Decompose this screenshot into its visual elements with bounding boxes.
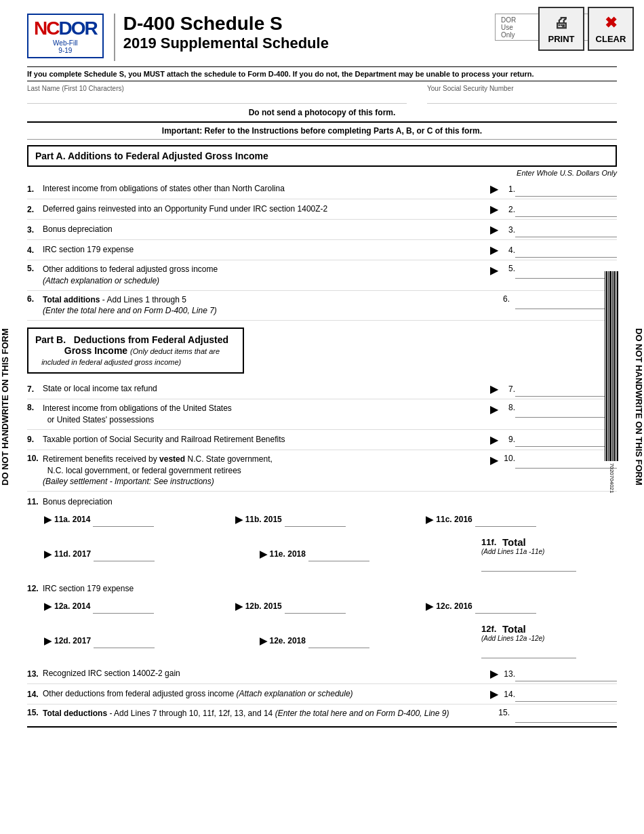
logo-webfill: Web-Fill <box>53 39 77 47</box>
line-11d-id: 11d. <box>54 549 73 559</box>
line-11-section: 11. Bonus depreciation ▶ 11a. 2014 ▶ 11b… <box>27 492 617 572</box>
line-12c-year: 2016 <box>454 601 472 611</box>
line-2-id: 2. <box>498 205 515 214</box>
line-6-input[interactable] <box>515 294 617 309</box>
line-7-row: 7. State or local income tax refund ▶ 7. <box>27 379 617 399</box>
line-8-input[interactable] <box>515 403 617 418</box>
line-11b-input[interactable] <box>285 512 346 527</box>
line-1-num: 1. <box>27 184 39 194</box>
clear-button[interactable]: ✖ CLEAR <box>588 7 634 51</box>
line-10-num: 10. <box>27 454 39 463</box>
line-11a-input[interactable] <box>93 512 154 527</box>
line-5-input[interactable] <box>515 264 617 279</box>
line-11de-items: ▶ 11d. 2017 ▶ 11e. 2018 <box>27 547 475 561</box>
line-10-input[interactable] <box>515 454 617 469</box>
ssn-input[interactable] <box>427 92 617 102</box>
line-3-num: 3. <box>27 225 39 235</box>
line-11e-arrow: ▶ <box>260 549 267 559</box>
line-11c-input[interactable] <box>475 512 536 527</box>
line-12b-item: ▶ 12b. 2015 <box>235 599 426 614</box>
line-11c-id: 11c. <box>436 515 454 524</box>
line-12b-input[interactable] <box>285 599 346 614</box>
line-11-num: 11. <box>27 497 39 507</box>
line-9-input[interactable] <box>515 432 617 447</box>
line-11b-arrow: ▶ <box>235 514 243 525</box>
line-12f-label: 12f. <box>481 624 499 634</box>
line-7-id: 7. <box>498 384 515 394</box>
svg-rect-6 <box>616 271 616 461</box>
line-4-arrow: ▶ <box>490 243 498 256</box>
line-12e-id: 12e. <box>270 636 288 646</box>
logo-nc: NCDOR <box>34 18 97 39</box>
line-13-input[interactable] <box>515 667 617 681</box>
svg-rect-7 <box>617 271 618 461</box>
line-1-input[interactable] <box>515 182 617 197</box>
line-13-row: 13. Recognized IRC section 1400Z-2 gain … <box>27 664 617 684</box>
last-name-input[interactable] <box>27 92 407 102</box>
line-2-num: 2. <box>27 205 39 214</box>
line-11e-item: ▶ 11e. 2018 <box>260 547 475 561</box>
line-2-arrow: ▶ <box>490 203 498 216</box>
svg-rect-13 <box>615 271 616 461</box>
line-13-arrow: ▶ <box>490 667 498 680</box>
line-11b-item: ▶ 11b. 2015 <box>235 512 426 527</box>
part-a-section: Part A. Additions to Federal Adjusted Gr… <box>27 145 617 321</box>
line-11a-year: 2014 <box>73 515 91 524</box>
line-8-arrow: ▶ <box>490 403 498 416</box>
line-15-input[interactable] <box>515 708 617 723</box>
line-8-id: 8. <box>498 403 515 412</box>
line-6-sub: (Enter the total here and on Form D-400,… <box>43 306 217 315</box>
line-9-row: 9. Taxable portion of Social Security an… <box>27 430 617 450</box>
line-12d-arrow: ▶ <box>44 635 52 646</box>
line-5-row: 5. Other additions to federal adjusted g… <box>27 260 617 291</box>
line-11f-total: 11f. Total (Add Lines 11a -11e) <box>481 536 617 572</box>
photocopy-notice: Do not send a photocopy of this form. <box>27 108 617 117</box>
line-10-row: 10. Retirement benefits received by vest… <box>27 450 617 492</box>
line-7-arrow: ▶ <box>490 382 498 395</box>
line-4-input[interactable] <box>515 243 617 258</box>
logo-version: 9-19 <box>58 47 72 54</box>
line-5-num: 5. <box>27 264 39 273</box>
line-7-input[interactable] <box>515 382 617 397</box>
line-11b-id: 11b. <box>245 515 264 524</box>
line-11-header: 11. Bonus depreciation <box>27 492 617 512</box>
line-12f-input[interactable] <box>481 643 576 658</box>
line-5-sub: (Attach explanation or schedule) <box>43 276 159 285</box>
header-row: NCDOR Web-Fill 9-19 D-400 Schedule S 201… <box>27 14 617 61</box>
line-12a-input[interactable] <box>93 599 154 614</box>
line-14-arrow: ▶ <box>490 688 498 700</box>
line-3-input[interactable] <box>515 222 617 237</box>
line-12e-year: 2018 <box>287 636 306 646</box>
line-1-row: 1. Interest income from obligations of s… <box>27 179 617 199</box>
line-12-desc: IRC section 179 expense <box>39 583 617 595</box>
line-3-arrow: ▶ <box>490 223 498 236</box>
line-14-input[interactable] <box>515 687 617 702</box>
line-12e-arrow: ▶ <box>260 635 267 646</box>
line-1-arrow: ▶ <box>490 182 498 195</box>
warning-text: If you complete Schedule S, you MUST att… <box>27 66 617 81</box>
line-11e-input[interactable] <box>308 547 369 561</box>
line-12e-input[interactable] <box>308 633 369 648</box>
line-15-row: 15. Total deductions - Add Lines 7 throu… <box>27 704 617 728</box>
print-button[interactable]: 🖨 PRINT <box>538 7 584 51</box>
line-11f-total-label: Total <box>502 536 526 548</box>
line-12c-arrow: ▶ <box>426 601 433 612</box>
line-11d-item: ▶ 11d. 2017 <box>44 547 260 561</box>
line-11-subrow1: ▶ 11a. 2014 ▶ 11b. 2015 ▶ 11c. 2016 <box>27 512 617 527</box>
line-14-row: 14. Other deductions from federal adjust… <box>27 684 617 704</box>
print-label: PRINT <box>548 34 575 44</box>
svg-rect-12 <box>613 271 613 461</box>
svg-rect-1 <box>606 271 607 461</box>
line-9-arrow: ▶ <box>490 433 498 446</box>
line-2-input[interactable] <box>515 202 617 217</box>
line-11d-input[interactable] <box>94 547 155 561</box>
line-4-desc: IRC section 179 expense <box>39 244 490 256</box>
line-6-row: 6. Total additions - Add Lines 1 through… <box>27 291 617 321</box>
line-2-row: 2. Deferred gains reinvested into an Opp… <box>27 199 617 220</box>
side-text-left: DO NOT HANDWRITE ON THIS FORM <box>0 203 11 610</box>
line-12c-input[interactable] <box>475 599 536 614</box>
line-6-desc: Total additions - Add Lines 1 through 5 … <box>39 294 493 317</box>
line-12d-input[interactable] <box>94 633 155 648</box>
line-11f-input[interactable] <box>481 557 576 572</box>
line-11b-year: 2015 <box>264 515 282 524</box>
